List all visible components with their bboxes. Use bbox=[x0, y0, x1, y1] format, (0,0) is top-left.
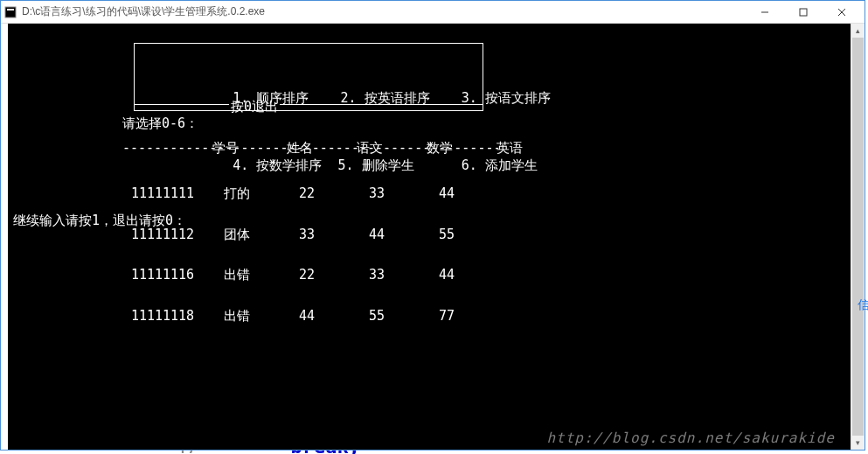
svg-rect-3 bbox=[800, 9, 807, 16]
menu-box: 1. 顺序排序 2. 按英语排序 3. 按语文排序 4. 按数学排序 5. 删除… bbox=[134, 43, 483, 111]
left-margin-strip bbox=[1, 24, 8, 450]
close-button[interactable] bbox=[823, 1, 861, 24]
scroll-down-arrow-icon[interactable]: ▾ bbox=[851, 436, 865, 450]
prompt-continue: 继续输入请按1，退出请按0： bbox=[13, 214, 186, 228]
scroll-thumb[interactable] bbox=[852, 38, 864, 436]
app-icon bbox=[4, 6, 17, 18]
vertical-scrollbar[interactable]: ▴ ▾ bbox=[851, 24, 865, 450]
scroll-track[interactable] bbox=[851, 38, 865, 436]
menu-exit-label: 按0退出 bbox=[229, 101, 280, 115]
titlebar[interactable]: D:\c语言练习\练习的代码\课设\学生管理系统.0.2.exe bbox=[1, 1, 865, 24]
svg-rect-1 bbox=[7, 9, 14, 10]
maximize-button[interactable] bbox=[784, 1, 823, 24]
window-controls bbox=[746, 1, 861, 24]
table-row: 11111116出错223344 bbox=[8, 269, 482, 283]
svg-rect-0 bbox=[5, 7, 16, 17]
table-row: 11111112团体334455 bbox=[8, 228, 482, 242]
scroll-up-arrow-icon[interactable]: ▴ bbox=[851, 24, 865, 38]
divider-line: ----------------------------------------… bbox=[122, 142, 498, 156]
client-area: 1. 顺序排序 2. 按英语排序 3. 按语文排序 4. 按数学排序 5. 删除… bbox=[1, 24, 865, 450]
watermark-url: http://blog.csdn.net/sakurakide bbox=[546, 431, 835, 445]
table-row: 11111118出错445577 bbox=[8, 310, 482, 324]
table-body: 11111111打的223344 11111112团体334455 111111… bbox=[8, 160, 482, 350]
table-row: 11111111打的223344 bbox=[8, 187, 482, 201]
right-edge-hint: 信 bbox=[858, 297, 868, 313]
menu-exit-row: 按0退出 bbox=[135, 98, 483, 112]
console-output[interactable]: 1. 顺序排序 2. 按英语排序 3. 按语文排序 4. 按数学排序 5. 删除… bbox=[8, 24, 851, 450]
window-title: D:\c语言练习\练习的代码\课设\学生管理系统.0.2.exe bbox=[22, 4, 746, 19]
minimize-button[interactable] bbox=[746, 1, 784, 24]
app-window: D:\c语言练习\练习的代码\课设\学生管理系统.0.2.exe 1. 顺序排序… bbox=[0, 0, 865, 451]
